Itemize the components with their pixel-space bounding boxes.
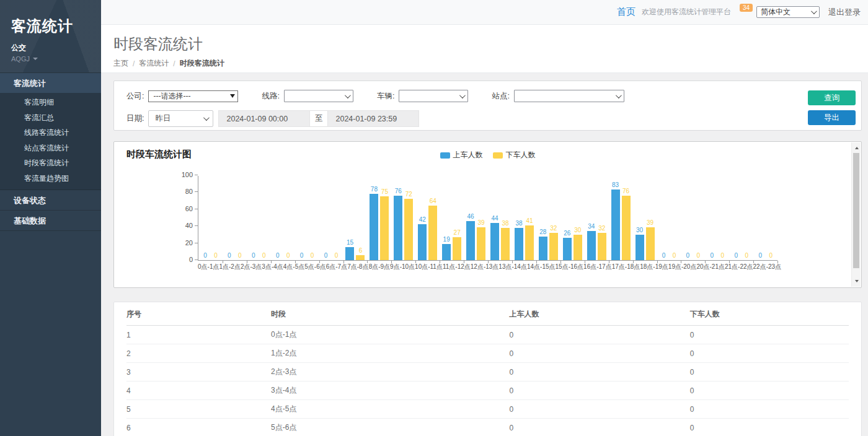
scroll-up-button[interactable] bbox=[852, 144, 861, 152]
table-cell: 0 bbox=[690, 381, 849, 400]
table-cell: 0点-1点 bbox=[271, 326, 509, 344]
legend-item-boarding[interactable]: 上车人数 bbox=[440, 150, 483, 160]
logout-link[interactable]: 退出登录 bbox=[828, 7, 861, 18]
breadcrumb-current: 时段客流统计 bbox=[180, 58, 224, 69]
bar-value-label: 38 bbox=[502, 220, 508, 227]
table-cell: 0 bbox=[690, 419, 849, 436]
arrow-down-icon bbox=[855, 280, 859, 282]
bar-group: 3432 bbox=[585, 176, 609, 260]
sidebar-item-period-stats[interactable]: 时段客流统计 bbox=[0, 155, 101, 171]
bar bbox=[636, 235, 644, 260]
date-start-input[interactable]: 2024-01-09 00:00 bbox=[218, 110, 310, 127]
bar-alighting: 0 bbox=[260, 176, 268, 260]
bar-boarding: 83 bbox=[611, 176, 620, 260]
period-stats-table: 序号 时段 上车人数 下车人数 10点-1点0021点-2点0032点-3点00… bbox=[126, 302, 849, 436]
table-cell: 1 bbox=[126, 326, 271, 344]
bar-alighting: 27 bbox=[453, 176, 461, 260]
bar-alighting: 76 bbox=[622, 176, 631, 260]
table-row: 21点-2点00 bbox=[126, 344, 849, 363]
bar-value-label: 0 bbox=[228, 253, 231, 259]
bar-value-label: 38 bbox=[515, 220, 522, 227]
company-label: 公司: bbox=[126, 91, 144, 102]
date-range-value: 昨日 bbox=[155, 113, 170, 124]
bar-value-label: 0 bbox=[311, 253, 314, 259]
line-select[interactable] bbox=[284, 90, 353, 102]
scroll-down-button[interactable] bbox=[852, 277, 861, 286]
sidebar-item-passenger-detail[interactable]: 客流明细 bbox=[0, 95, 101, 110]
bar-value-label: 76 bbox=[622, 188, 629, 194]
bar-alighting: 41 bbox=[525, 176, 534, 260]
sidebar-item-line-stats[interactable]: 线路客流统计 bbox=[0, 125, 101, 141]
chart-scrollbar[interactable] bbox=[851, 142, 861, 287]
y-axis-tick bbox=[195, 259, 198, 260]
x-axis-label: 14点-15点 bbox=[527, 263, 556, 271]
query-button[interactable]: 查询 bbox=[808, 90, 856, 105]
vehicle-select[interactable] bbox=[399, 90, 468, 102]
user-menu[interactable]: AQGJ bbox=[11, 55, 101, 63]
bar-boarding: 0 bbox=[322, 176, 330, 260]
home-link[interactable]: 首页 bbox=[617, 6, 636, 18]
sidebar-item-passenger-stats[interactable]: 客流统计 bbox=[0, 72, 101, 93]
bar-alighting: 75 bbox=[380, 176, 389, 260]
chevron-down-icon bbox=[459, 92, 466, 98]
bar bbox=[453, 237, 461, 260]
table-cell: 0 bbox=[509, 381, 689, 400]
bar-value-label: 78 bbox=[371, 186, 378, 193]
bar-boarding: 42 bbox=[418, 176, 427, 260]
bar-value-label: 6 bbox=[359, 248, 363, 254]
y-axis-tick-label: 0 bbox=[170, 256, 193, 263]
welcome-text: 欢迎使用客流统计管理平台 bbox=[642, 7, 731, 17]
chevron-down-icon bbox=[811, 8, 817, 14]
language-select[interactable]: 简体中文 bbox=[756, 6, 820, 18]
bar-alighting: 64 bbox=[428, 176, 437, 260]
bar-value-label: 27 bbox=[454, 230, 461, 236]
bar-group: 00 bbox=[247, 176, 271, 260]
station-select[interactable] bbox=[514, 90, 624, 102]
bar-value-label: 32 bbox=[550, 225, 557, 232]
bar-value-label: 64 bbox=[430, 198, 436, 204]
bar-value-label: 28 bbox=[539, 229, 546, 235]
date-range-select[interactable]: 昨日 bbox=[148, 110, 213, 127]
bar-group: 4264 bbox=[415, 176, 440, 260]
legend-item-alighting[interactable]: 下车人数 bbox=[493, 150, 536, 160]
x-axis-label: 10点-11点 bbox=[415, 263, 443, 271]
bar bbox=[549, 233, 558, 260]
breadcrumb-passenger-stats[interactable]: 客流统计 bbox=[139, 58, 169, 69]
bar-group: 7672 bbox=[391, 176, 415, 260]
bar-group: 00 bbox=[319, 176, 343, 260]
sidebar-item-base-data[interactable]: 基础数据 bbox=[0, 211, 101, 231]
bar-value-label: 30 bbox=[574, 227, 581, 233]
table-panel: 序号 时段 上车人数 下车人数 10点-1点0021点-2点0032点-3点00… bbox=[113, 302, 862, 436]
bar-value-label: 0 bbox=[673, 253, 676, 259]
export-button[interactable]: 导出 bbox=[808, 110, 856, 125]
table-row: 65点-6点00 bbox=[126, 419, 849, 436]
caret-down-icon bbox=[33, 58, 38, 60]
breadcrumb-separator: / bbox=[133, 59, 135, 68]
bar-value-label: 0 bbox=[238, 253, 242, 259]
scrollbar-thumb[interactable] bbox=[853, 153, 859, 268]
bar bbox=[345, 247, 354, 260]
company-select[interactable]: ---请选择--- bbox=[148, 90, 238, 102]
bar-alighting: 0 bbox=[718, 176, 727, 260]
bar-alighting: 38 bbox=[501, 176, 510, 260]
breadcrumb-home[interactable]: 主页 bbox=[113, 58, 128, 69]
y-axis-tick-label: 60 bbox=[170, 205, 193, 212]
x-axis-label: 22点-23点 bbox=[753, 263, 782, 271]
sidebar-item-station-stats[interactable]: 站点客流统计 bbox=[0, 141, 101, 156]
date-end-input[interactable]: 2024-01-09 23:59 bbox=[327, 110, 419, 127]
y-axis-tick-label: 80 bbox=[170, 188, 193, 195]
sidebar-item-device-status[interactable]: 设备状态 bbox=[0, 190, 101, 211]
sidebar-item-passenger-summary[interactable]: 客流汇总 bbox=[0, 110, 101, 126]
bar-group: 00 bbox=[729, 176, 753, 260]
notification-badge[interactable]: 34 bbox=[740, 4, 753, 12]
bar bbox=[418, 224, 427, 260]
bar-value-label: 39 bbox=[478, 220, 485, 226]
bar-group: 7875 bbox=[367, 176, 391, 260]
bar-boarding: 0 bbox=[201, 176, 210, 260]
y-axis-tick bbox=[195, 191, 198, 192]
bar-alighting: 30 bbox=[574, 176, 582, 260]
col-header-period: 时段 bbox=[271, 302, 509, 326]
sidebar-item-trend-chart[interactable]: 客流量趋势图 bbox=[0, 171, 101, 186]
bar-group: 3039 bbox=[633, 176, 657, 260]
bar-group: 1927 bbox=[440, 176, 464, 260]
